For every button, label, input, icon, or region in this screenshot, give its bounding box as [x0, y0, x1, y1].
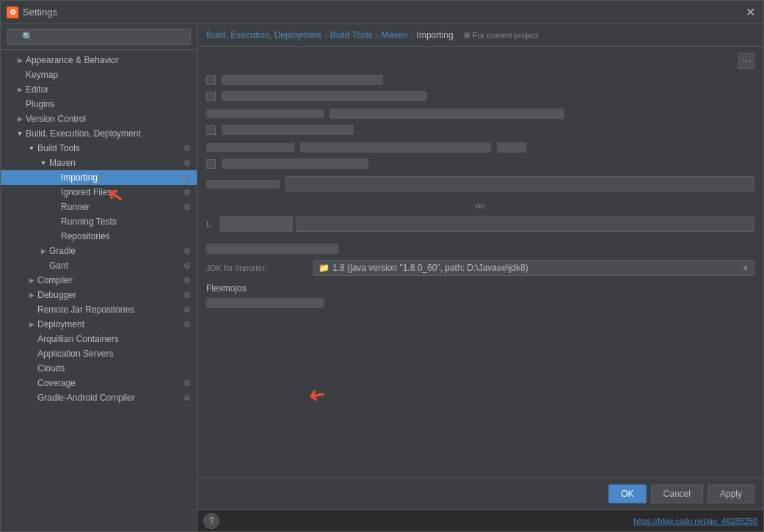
- breadcrumb-sep-2: ›: [376, 30, 379, 40]
- help-button[interactable]: ?: [203, 513, 219, 529]
- settings-icon: ⚙: [183, 276, 191, 285]
- sidebar-item-editor[interactable]: ▶ Editor: [1, 82, 197, 97]
- sidebar-item-gant[interactable]: Gant ⚙: [1, 258, 197, 273]
- sidebar-item-label: Coverage: [37, 378, 183, 388]
- sidebar-item-keymap[interactable]: Keymap: [1, 68, 197, 82]
- nav-tree: ▶ Appearance & Behavior Keymap ▶ Editor …: [1, 50, 197, 531]
- search-box: 🔍: [1, 24, 197, 50]
- sidebar-item-app-servers[interactable]: Application Servers: [1, 346, 197, 361]
- obscured-text-6: [222, 158, 368, 169]
- sidebar-item-gradle[interactable]: ▶ Gradle ⚙: [1, 244, 197, 258]
- options-button[interactable]: ⋯: [738, 53, 754, 69]
- breadcrumb-sep-1: ›: [324, 30, 327, 40]
- sidebar-item-clouds[interactable]: Clouds: [1, 361, 197, 376]
- obscured-label-3: [206, 109, 324, 118]
- on-label-row: on: [206, 201, 754, 210]
- text-input-7[interactable]: [285, 176, 754, 192]
- sidebar-item-importing[interactable]: Importing 🗑: [1, 170, 197, 185]
- window-title: Settings: [23, 7, 743, 18]
- sidebar-item-label: Compiler: [37, 275, 183, 285]
- flexmojos-row: [206, 298, 754, 308]
- settings-icon: ⚙: [183, 158, 191, 168]
- sidebar-item-label: Plugins: [26, 99, 191, 109]
- settings-icon: ⚙: [183, 305, 191, 315]
- sidebar-item-version-control[interactable]: ▶ Version Control: [1, 112, 197, 126]
- obscured-row-5: [206, 142, 754, 153]
- sidebar-item-plugins[interactable]: Plugins: [1, 97, 197, 112]
- sidebar-item-debugger[interactable]: ▶ Debugger ⚙: [1, 288, 197, 302]
- obscured-value-5: [300, 142, 491, 153]
- breadcrumb-importing: Importing: [417, 30, 454, 40]
- ok-button[interactable]: OK: [608, 484, 646, 503]
- close-button[interactable]: ✕: [743, 5, 757, 20]
- sidebar-item-label: Importing: [61, 172, 183, 183]
- breadcrumb-maven[interactable]: Maven: [382, 30, 408, 40]
- input-row-8: [219, 216, 754, 232]
- jdk-version-text: 1.8 (java version "1.8.0_60", path: D:\J…: [332, 263, 528, 273]
- settings-icon: ⚙: [183, 291, 191, 300]
- checkbox-4[interactable]: [206, 159, 216, 169]
- sidebar-item-label: Build, Execution, Deployment: [26, 128, 191, 139]
- sidebar-item-appearance[interactable]: ▶ Appearance & Behavior: [1, 53, 197, 68]
- obscured-row-1: [206, 75, 754, 85]
- obscured-row-3: [206, 109, 754, 119]
- main-content: Build, Execution, Deployment › Build Too…: [197, 24, 763, 531]
- sidebar-item-coverage[interactable]: Coverage ⚙: [1, 376, 197, 390]
- taskbar-url[interactable]: https://blog.csdn.net/qq_46285250: [633, 517, 757, 525]
- obscured-text-2: [222, 91, 427, 101]
- sidebar-item-arquillian[interactable]: Arquillian Containers: [1, 332, 197, 346]
- obscured-value-3: [330, 109, 564, 119]
- expand-spacer: [51, 232, 59, 241]
- expand-spacer: [27, 364, 36, 373]
- sidebar-item-label: Keymap: [26, 70, 191, 80]
- obscured-row-4: [206, 125, 754, 135]
- sidebar-item-remote-jar[interactable]: Remote Jar Repositories ⚙: [1, 302, 197, 317]
- sidebar-item-ignored-files[interactable]: Ignored Files ⚙: [1, 185, 197, 200]
- expand-spacer: [51, 217, 59, 226]
- checkbox-2[interactable]: [206, 92, 216, 101]
- obscured-row-9: [206, 244, 754, 254]
- settings-icon: ⚙: [183, 320, 191, 329]
- apply-button[interactable]: Apply: [707, 484, 754, 503]
- obscured-text-1: [222, 75, 383, 85]
- jdk-dropdown-value: 📁 1.8 (java version "1.8.0_60", path: D:…: [319, 263, 528, 273]
- cancel-button[interactable]: Cancel: [651, 484, 703, 503]
- taskbar-left: ?: [203, 513, 219, 529]
- expand-icon: ▶: [27, 320, 36, 329]
- sidebar-item-maven[interactable]: ▼ Maven ⚙: [1, 156, 197, 170]
- sidebar-item-label: Clouds: [37, 363, 191, 374]
- expand-spacer: [27, 305, 36, 314]
- sidebar-item-label: Gradle-Android Compiler: [37, 393, 183, 403]
- sidebar-item-label: Application Servers: [37, 349, 191, 359]
- settings-icon: ⚙: [183, 379, 191, 388]
- sidebar-item-compiler[interactable]: ▶ Compiler ⚙: [1, 273, 197, 288]
- app-icon: ⚙: [7, 7, 18, 18]
- sidebar-item-repositories[interactable]: Repositories: [1, 229, 197, 244]
- sidebar-item-deployment[interactable]: ▶ Deployment ⚙: [1, 317, 197, 332]
- search-input[interactable]: [7, 29, 191, 45]
- expand-spacer: [51, 203, 59, 211]
- sidebar-item-runner[interactable]: Runner ⚙: [1, 200, 197, 214]
- breadcrumb-build-tools[interactable]: Build Tools: [330, 30, 373, 40]
- checkbox-3[interactable]: [206, 125, 216, 135]
- sidebar-item-running-tests[interactable]: Running Tests: [1, 214, 197, 229]
- jdk-dropdown[interactable]: 📁 1.8 (java version "1.8.0_60", path: D:…: [313, 260, 754, 276]
- sidebar-item-build-tools[interactable]: ▼ Build Tools ⚙: [1, 141, 197, 156]
- sidebar-item-label: Appearance & Behavior: [26, 55, 191, 65]
- breadcrumb-sep-3: ›: [411, 30, 414, 40]
- obscured-9: [206, 244, 338, 254]
- top-options-row: ⋯: [206, 53, 754, 69]
- sidebar-item-gradle-android[interactable]: Gradle-Android Compiler ⚙: [1, 390, 197, 405]
- expand-icon: ▼: [15, 129, 24, 138]
- breadcrumb-build-execution[interactable]: Build, Execution, Deployment: [206, 30, 321, 40]
- breadcrumb: Build, Execution, Deployment › Build Too…: [197, 24, 763, 47]
- input-8a[interactable]: [219, 216, 293, 232]
- folder-icon: 📁: [319, 263, 330, 273]
- flexmojos-section: Flexmojos: [206, 283, 754, 308]
- sidebar-item-build-execution[interactable]: ▼ Build, Execution, Deployment: [1, 126, 197, 141]
- sidebar-item-label: Repositories: [61, 231, 191, 241]
- checkbox-1[interactable]: [206, 76, 216, 85]
- input-8b[interactable]: [296, 216, 754, 232]
- delete-icon: 🗑: [183, 173, 191, 182]
- expand-spacer: [51, 188, 59, 197]
